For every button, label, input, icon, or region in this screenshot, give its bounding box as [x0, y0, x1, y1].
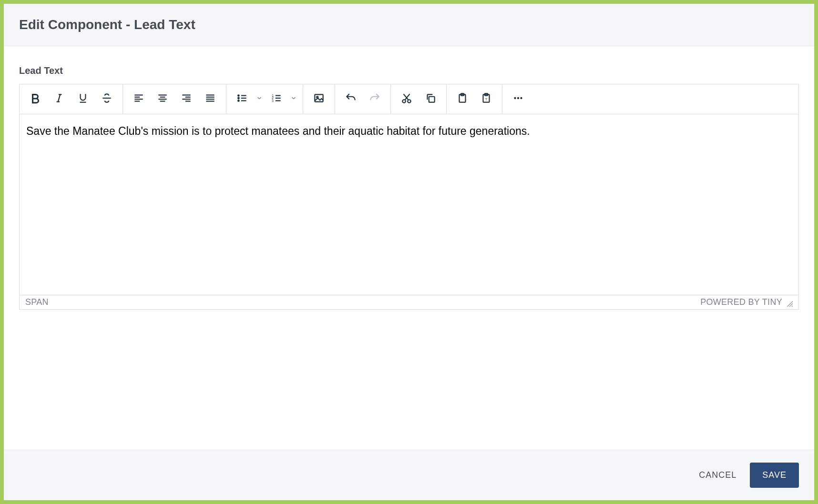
modal-header: Edit Component - Lead Text [4, 4, 814, 46]
undo-button[interactable] [340, 88, 362, 110]
bold-button[interactable] [24, 88, 46, 110]
numbered-list-dropdown[interactable] [289, 88, 298, 110]
bullet-list-icon [236, 92, 248, 106]
rich-text-editor: 123 [19, 84, 799, 310]
paste-button[interactable] [451, 88, 473, 110]
bullet-list-button[interactable] [231, 88, 253, 110]
svg-point-47 [520, 97, 522, 99]
svg-point-22 [238, 98, 239, 99]
underline-icon [77, 92, 89, 106]
svg-rect-33 [315, 94, 323, 101]
underline-button[interactable] [72, 88, 94, 110]
svg-point-46 [517, 97, 519, 99]
svg-text:3: 3 [272, 99, 274, 102]
align-right-button[interactable] [175, 88, 197, 110]
align-center-button[interactable] [152, 88, 174, 110]
align-center-icon [156, 92, 169, 106]
toolbar-group-align [123, 84, 226, 114]
redo-icon [368, 92, 381, 106]
cut-icon [400, 92, 413, 106]
chevron-down-icon [290, 95, 297, 103]
align-right-icon [180, 92, 193, 106]
numbered-list-button[interactable]: 123 [266, 88, 287, 110]
editor-toolbar: 123 [20, 84, 798, 114]
bold-icon [29, 92, 41, 106]
more-icon [512, 92, 524, 106]
strikethrough-button[interactable] [96, 88, 118, 110]
editor-branding[interactable]: POWERED BY TINY [700, 297, 782, 307]
toolbar-group-paste: T [447, 84, 502, 114]
svg-line-50 [792, 305, 793, 306]
insert-image-button[interactable] [308, 88, 330, 110]
svg-point-45 [514, 97, 516, 99]
editor-status-bar: SPAN POWERED BY TINY [20, 295, 798, 309]
align-left-button[interactable] [128, 88, 150, 110]
italic-button[interactable] [48, 88, 70, 110]
toolbar-group-text-style [20, 84, 123, 114]
field-label-lead-text: Lead Text [19, 65, 799, 76]
toolbar-group-list: 123 [226, 84, 303, 114]
align-justify-icon [204, 92, 216, 106]
element-path[interactable]: SPAN [25, 297, 49, 307]
svg-point-23 [238, 100, 239, 101]
copy-icon [424, 92, 437, 106]
align-justify-button[interactable] [199, 88, 221, 110]
italic-icon [53, 92, 65, 106]
cut-button[interactable] [396, 88, 418, 110]
chevron-down-icon [256, 95, 263, 103]
paste-icon [456, 92, 469, 106]
svg-line-2 [58, 94, 60, 101]
numbered-list-icon: 123 [270, 92, 283, 106]
svg-point-36 [408, 100, 411, 103]
image-icon [313, 92, 325, 106]
toolbar-group-insert [303, 84, 335, 114]
modal-title: Edit Component - Lead Text [19, 17, 799, 32]
svg-point-21 [238, 95, 239, 96]
more-button[interactable] [507, 88, 529, 110]
cancel-button[interactable]: CANCEL [699, 470, 736, 480]
strikethrough-icon [101, 92, 113, 106]
svg-text:T: T [485, 97, 488, 101]
editor-content-area[interactable]: Save the Manatee Club's mission is to pr… [20, 114, 798, 295]
save-button[interactable]: SAVE [750, 463, 799, 488]
modal-footer: CANCEL SAVE [4, 450, 814, 500]
redo-button[interactable] [364, 88, 386, 110]
bullet-list-dropdown[interactable] [255, 88, 264, 110]
toolbar-group-clipboard [391, 84, 447, 114]
svg-rect-39 [429, 97, 435, 102]
svg-point-35 [402, 100, 406, 103]
toolbar-group-more [502, 84, 534, 114]
copy-button[interactable] [419, 88, 441, 110]
undo-icon [345, 92, 357, 106]
toolbar-group-history [335, 84, 391, 114]
modal-body: Lead Text [4, 46, 814, 450]
resize-handle[interactable] [786, 299, 793, 306]
align-left-icon [133, 92, 145, 106]
paste-text-button[interactable]: T [475, 88, 497, 110]
edit-component-modal: Edit Component - Lead Text Lead Text [4, 4, 814, 500]
paste-text-icon: T [480, 92, 492, 106]
